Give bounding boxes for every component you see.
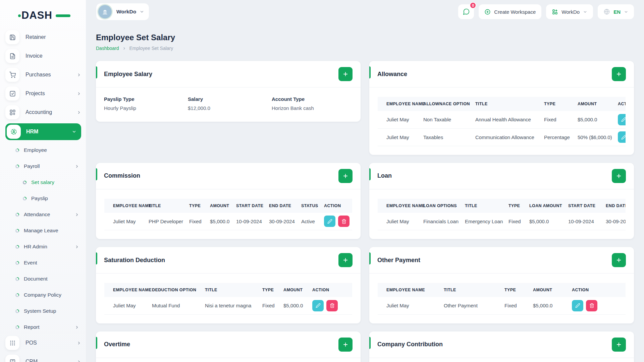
card-title: Commission bbox=[104, 172, 140, 179]
other-payment-card: Other Payment EMPLOYEE NAME TITLE TYPE A… bbox=[369, 247, 634, 323]
sidebar-item-pos[interactable]: POS bbox=[5, 335, 81, 351]
allowance-add-button[interactable] bbox=[612, 67, 626, 81]
chevron-right-icon bbox=[77, 73, 81, 77]
edit-button[interactable] bbox=[618, 131, 626, 143]
column-header: EMPLOYEE NAME bbox=[378, 199, 421, 213]
sidebar-item-accounting[interactable]: Accounting bbox=[5, 105, 81, 120]
commission-card: Commission EMPLOYEE NAME TITLE TYPE AMOU… bbox=[96, 163, 361, 239]
plus-icon bbox=[342, 342, 348, 348]
workspace-avatar-building-icon bbox=[98, 5, 112, 18]
sidebar-item-label: Retainer bbox=[25, 34, 46, 40]
sidebar-item-retainer[interactable]: Retainer bbox=[5, 29, 81, 45]
sidebar-item-projects[interactable]: Projects bbox=[5, 86, 81, 101]
edit-button[interactable] bbox=[572, 300, 583, 311]
sidebar-subitem-document[interactable]: Document bbox=[5, 271, 81, 287]
edit-button[interactable] bbox=[312, 300, 324, 311]
cell-title: Nisi a tenetur magna bbox=[202, 297, 260, 314]
column-header: AMOUNT bbox=[281, 283, 310, 297]
edit-button[interactable] bbox=[618, 114, 626, 125]
sidebar-subitem-employee[interactable]: Employee bbox=[5, 142, 81, 158]
saturation-deduction-add-button[interactable] bbox=[338, 253, 353, 267]
cell-amount: $5,000.0 bbox=[281, 297, 310, 314]
company-contribution-add-button[interactable] bbox=[612, 338, 626, 352]
messages-button[interactable]: 0 bbox=[458, 4, 474, 19]
column-header: ACTION bbox=[615, 97, 626, 111]
bullet-donut-icon bbox=[23, 197, 26, 200]
sidebar-subitem-hr-admin[interactable]: HR Admin bbox=[5, 239, 81, 255]
chevron-right-icon bbox=[77, 360, 81, 362]
sidebar-item-purchases[interactable]: Purchases bbox=[5, 67, 81, 82]
column-header: TITLE bbox=[473, 97, 541, 111]
sidebar-item-crm[interactable]: CRM bbox=[5, 354, 81, 362]
other-payment-table: EMPLOYEE NAME TITLE TYPE AMOUNT ACTION J… bbox=[378, 283, 626, 315]
sidebar-subitem-event[interactable]: Event bbox=[5, 255, 81, 271]
bullet-donut-icon bbox=[15, 309, 19, 313]
sidebar-item-label: Company Policy bbox=[24, 292, 61, 298]
workspace-selector[interactable]: WorkDo bbox=[96, 3, 149, 20]
table-row: Juliet May Taxables Communication Allowa… bbox=[378, 128, 626, 146]
trash-icon bbox=[589, 303, 594, 308]
sidebar-item-invoice[interactable]: Invoice bbox=[5, 48, 81, 64]
sidebar-subitem-manage-leave[interactable]: Manage Leave bbox=[5, 223, 81, 239]
sidebar-item-hrm[interactable]: HRM bbox=[5, 123, 81, 140]
field-value: Hourly Payslip bbox=[104, 105, 188, 111]
delete-button[interactable] bbox=[326, 300, 338, 311]
loan-card: Loan EMPLOYEE NAME LOAN OPTIONS TITLE TY… bbox=[369, 163, 634, 239]
cell-employee: Juliet May bbox=[378, 128, 421, 146]
other-payment-add-button[interactable] bbox=[612, 253, 626, 267]
cell-amount: 50% ($6,000.0) bbox=[575, 128, 615, 146]
employee-salary-card: Employee Salary Payslip Type Hourly Pays… bbox=[96, 61, 361, 122]
field-label: Salary bbox=[188, 96, 272, 102]
column-header: START DATE bbox=[566, 199, 603, 213]
cell-amount: $5,000.0 bbox=[207, 213, 233, 230]
chevron-right-icon bbox=[77, 110, 81, 115]
commission-add-button[interactable] bbox=[338, 169, 353, 183]
bullet-donut-icon bbox=[15, 293, 19, 297]
chat-bubble-icon bbox=[463, 8, 470, 15]
bullet-donut-icon bbox=[15, 213, 19, 217]
delete-button[interactable] bbox=[586, 300, 597, 311]
sidebar-subitem-company-policy[interactable]: Company Policy bbox=[5, 287, 81, 303]
chevron-right-icon bbox=[75, 213, 79, 217]
sidebar: DASH Retainer Invoice Purchases bbox=[0, 0, 86, 362]
employee-salary-fields: Payslip Type Hourly Payslip Salary $12,0… bbox=[96, 87, 361, 122]
sidebar-item-label: Purchases bbox=[25, 72, 51, 78]
column-header: LOAN AMOUNT bbox=[527, 199, 566, 213]
column-header: EMPLOYEE NAME bbox=[378, 283, 441, 297]
create-workspace-button[interactable]: Create Workspace bbox=[479, 4, 541, 19]
company-contribution-card: Company Contribution bbox=[369, 331, 634, 362]
table-row: Juliet May Financials Loan Emergency Loa… bbox=[378, 213, 626, 230]
pencil-icon bbox=[575, 303, 580, 308]
cell-title: Other Payment bbox=[441, 297, 502, 314]
overtime-add-button[interactable] bbox=[338, 338, 353, 352]
logo-dash-icon bbox=[56, 14, 70, 17]
column-header: AMOUNT bbox=[207, 199, 233, 213]
cell-type: Fixed bbox=[541, 111, 575, 128]
card-accent-bar bbox=[96, 252, 97, 264]
sidebar-subitem-system-setup[interactable]: System Setup bbox=[5, 303, 81, 319]
sidebar-subitem-payroll[interactable]: Payroll bbox=[5, 158, 81, 174]
topbar: WorkDo 0 Create Workspace WorkDo EN bbox=[86, 0, 644, 23]
plus-icon bbox=[616, 173, 622, 179]
edit-button[interactable] bbox=[324, 216, 335, 227]
breadcrumb-dashboard-link[interactable]: Dashboard bbox=[96, 46, 119, 51]
delete-button[interactable] bbox=[338, 216, 350, 227]
language-selector[interactable]: EN bbox=[598, 4, 634, 19]
grid-plus-icon bbox=[5, 105, 19, 119]
sidebar-subitem-set-salary[interactable]: Set salary bbox=[5, 174, 81, 190]
trash-icon bbox=[330, 303, 335, 308]
card-accent-bar bbox=[369, 337, 371, 349]
workdo-menu-button[interactable]: WorkDo bbox=[546, 4, 593, 19]
loan-add-button[interactable] bbox=[612, 169, 626, 183]
sidebar-subitem-attendance[interactable]: Attendance bbox=[5, 206, 81, 223]
loan-table: EMPLOYEE NAME LOAN OPTIONS TITLE TYPE LO… bbox=[378, 199, 626, 231]
sidebar-subitem-payslip[interactable]: Payslip bbox=[5, 190, 81, 206]
column-header: LOAN OPTIONS bbox=[421, 199, 462, 213]
cell-type: Percentage bbox=[541, 128, 575, 146]
employee-salary-add-button[interactable] bbox=[338, 67, 353, 81]
saturation-deduction-card: Saturation Deduction EMPLOYEE NAME DEDUC… bbox=[96, 247, 361, 323]
card-accent-bar bbox=[96, 168, 97, 180]
sidebar-subitem-report[interactable]: Report bbox=[5, 319, 81, 335]
logo-text: DASH bbox=[21, 9, 52, 21]
cell-title: Emergency Loan bbox=[462, 213, 506, 230]
